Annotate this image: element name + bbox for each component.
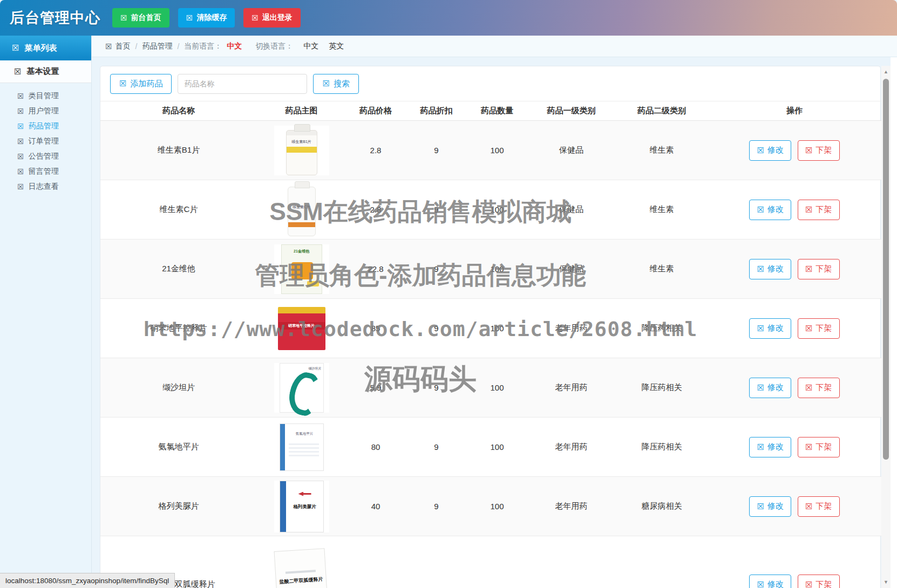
table-row: 缬沙坦片 缬沙坦片 5.9 9 100 老年用药 降压药相关 ☒修改 ☒下架 [100, 358, 881, 418]
current-language-value: 中文 [227, 42, 242, 51]
drug-quantity: 100 [467, 477, 527, 536]
product-image: 缬沙坦片 [274, 363, 329, 413]
search-icon: ☒ [322, 79, 329, 88]
edit-button[interactable]: ☒修改 [749, 318, 791, 339]
scroll-up-icon[interactable]: ▲ [881, 68, 891, 76]
drug-category2: 降压药相关 [616, 299, 708, 358]
breadcrumb-separator: / [135, 42, 138, 51]
drug-name-search-input[interactable] [178, 74, 307, 94]
edit-button[interactable]: ☒修改 [749, 378, 791, 398]
section-label: 基本设置 [26, 66, 59, 77]
table-header-row: 药品名称 药品主图 药品价格 药品折扣 药品数量 药品一级类别 药品二级类别 操… [100, 101, 881, 121]
sidebar-item-announcements[interactable]: ☒ 公告管理 [0, 149, 91, 164]
sidebar-item-category[interactable]: ☒ 类目管理 [0, 88, 91, 104]
scroll-down-icon[interactable]: ▼ [881, 578, 891, 586]
drug-quantity: 100 [467, 358, 527, 418]
take-off-shelf-button[interactable]: ☒下架 [798, 259, 839, 279]
drug-price [346, 536, 405, 588]
drug-category2: 维生素 [616, 240, 708, 299]
log-icon: ☒ [17, 183, 24, 191]
search-label: 搜索 [334, 79, 350, 89]
main-content: ☒ 添加药品 ☒ 搜索 药品名称 药品主图 药 [92, 57, 897, 588]
edit-button[interactable]: ☒修改 [749, 575, 791, 588]
clear-cache-button[interactable]: ☒ 清除缓存 [178, 8, 235, 28]
col-header-category1: 药品一级类别 [527, 101, 616, 121]
off-shelf-icon: ☒ [805, 442, 812, 452]
take-off-shelf-button[interactable]: ☒下架 [798, 318, 839, 339]
sidebar-section-basic-settings[interactable]: ☒ 基本设置 [0, 60, 91, 83]
drug-category1: 老年用药 [527, 477, 616, 536]
take-off-shelf-button[interactable]: ☒下架 [798, 378, 839, 398]
breadcrumb-home-label: 首页 [115, 42, 131, 51]
off-shelf-icon: ☒ [805, 146, 812, 155]
sidebar-item-logs[interactable]: ☒ 日志查看 [0, 179, 91, 194]
breadcrumb: ☒ 首页 / 药品管理 / 当前语言： 中文 切换语言： 中文 英文 [92, 36, 897, 57]
drug-discount: 9 [405, 121, 467, 180]
frontend-home-button[interactable]: ☒ 前台首页 [112, 8, 169, 28]
category-icon: ☒ [17, 92, 24, 100]
drug-category2: 维生素 [616, 180, 708, 240]
vertical-scrollbar[interactable]: ▲ ▼ [881, 66, 891, 588]
edit-button[interactable]: ☒修改 [749, 437, 791, 457]
add-drug-button[interactable]: ☒ 添加药品 [110, 74, 172, 94]
col-header-name: 药品名称 [100, 101, 257, 121]
sidebar-item-label: 日志查看 [29, 182, 59, 192]
search-button[interactable]: ☒ 搜索 [313, 74, 358, 94]
edit-button[interactable]: ☒修改 [749, 259, 791, 279]
logout-button[interactable]: ☒ 退出登录 [243, 8, 301, 28]
sidebar-item-orders[interactable]: ☒ 订单管理 [0, 134, 91, 149]
table-row: 硝苯地平控释片 硝苯地平控释片 85 9 100 老年用药 降压药相关 ☒修改 … [100, 299, 881, 358]
scrollbar-thumb[interactable] [883, 79, 889, 460]
drug-quantity: 100 [467, 240, 527, 299]
take-off-shelf-button[interactable]: ☒下架 [798, 575, 839, 588]
edit-button[interactable]: ☒修改 [749, 200, 791, 220]
drug-category1: 老年用药 [527, 418, 616, 477]
frontend-home-label: 前台首页 [131, 13, 161, 23]
sidebar-item-label: 留言管理 [29, 167, 59, 176]
take-off-shelf-button[interactable]: ☒下架 [798, 496, 839, 517]
sidebar-item-messages[interactable]: ☒ 留言管理 [0, 164, 91, 179]
drug-category2: 糖尿病相关 [616, 477, 708, 536]
drug-category2: 降压药相关 [616, 418, 708, 477]
edit-icon: ☒ [757, 205, 764, 215]
table-row: 维生素B1片 维生素B1片 2.8 9 100 保健品 维生素 ☒修改 ☒下架 [100, 121, 881, 180]
drug-quantity [467, 536, 527, 588]
edit-icon: ☒ [757, 502, 764, 511]
drug-category2: 维生素 [616, 121, 708, 180]
table-row: 21金维他 21金维他 22.8 9 100 保健品 维生素 ☒修改 ☒下架 [100, 240, 881, 299]
language-option-zh[interactable]: 中文 [303, 42, 318, 51]
take-off-shelf-button[interactable]: ☒下架 [798, 200, 839, 220]
drug-name: 缬沙坦片 [100, 358, 257, 418]
sidebar-item-drugs[interactable]: ☒ 药品管理 [0, 119, 91, 134]
user-icon: ☒ [17, 107, 24, 115]
drug-discount: 9 [405, 240, 467, 299]
drug-table-card: ☒ 添加药品 ☒ 搜索 药品名称 药品主图 药 [100, 66, 881, 588]
edit-button[interactable]: ☒修改 [749, 496, 791, 517]
col-header-category2: 药品二级类别 [616, 101, 708, 121]
edit-icon: ☒ [757, 146, 764, 155]
drug-discount: 9 [405, 299, 467, 358]
sidebar-items: ☒ 类目管理 ☒ 用户管理 ☒ 药品管理 ☒ 订单管理 ☒ 公告管理 ☒ 留言管… [0, 83, 91, 194]
drug-name: 氨氯地平片 [100, 418, 257, 477]
edit-button[interactable]: ☒修改 [749, 140, 791, 161]
breadcrumb-home[interactable]: ☒ 首页 [105, 42, 131, 51]
current-language-label: 当前语言： [184, 42, 222, 51]
status-url-tooltip: localhost:18080/ssm_zxyaopinshop/item/fi… [0, 573, 175, 588]
breadcrumb-page[interactable]: 药品管理 [142, 42, 172, 51]
col-header-quantity: 药品数量 [467, 101, 527, 121]
edit-icon: ☒ [757, 442, 764, 452]
drug-category1: 老年用药 [527, 299, 616, 358]
broom-icon: ☒ [186, 13, 193, 22]
logout-icon: ☒ [252, 13, 259, 22]
add-drug-label: 添加药品 [130, 79, 162, 89]
drug-discount: 9 [405, 418, 467, 477]
order-icon: ☒ [17, 138, 24, 146]
off-shelf-icon: ☒ [805, 264, 812, 274]
sidebar-item-users[interactable]: ☒ 用户管理 [0, 104, 91, 119]
message-icon: ☒ [17, 168, 24, 176]
drug-category1: 保健品 [527, 180, 616, 240]
drug-discount: 9 [405, 477, 467, 536]
take-off-shelf-button[interactable]: ☒下架 [798, 437, 839, 457]
language-option-en[interactable]: 英文 [329, 42, 344, 51]
take-off-shelf-button[interactable]: ☒下架 [798, 140, 839, 161]
